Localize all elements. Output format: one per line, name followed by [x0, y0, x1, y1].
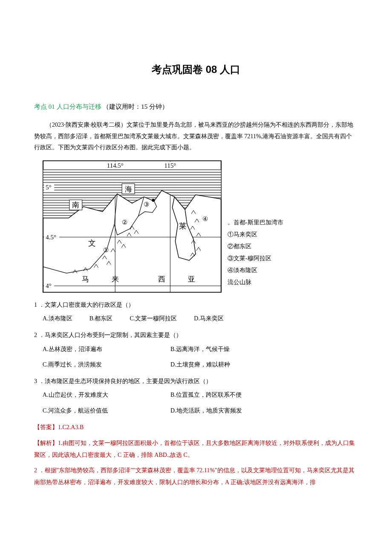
map-malay-ya: 亚	[188, 275, 195, 283]
capital-dot-icon	[152, 199, 155, 202]
time-suggestion: （建议用时：15 分钟）	[103, 103, 168, 110]
map-lai: 莱	[179, 222, 187, 230]
q3-option-c: C.河流众多，航运价值低	[43, 405, 170, 417]
map-lon-right: 115°	[164, 162, 176, 169]
q2-option-c: C.雨季过长，洪涝频发	[43, 359, 170, 371]
explanation-2: 2 ．根据"东部地势较高，西部多沼泽""文莱森林茂密，覆盖率 72.11%"的信…	[34, 465, 358, 488]
legend-region-3: ③文莱-穆阿拉区	[228, 253, 283, 264]
question-1-stem: 1 ．文莱人口密度最大的行政区是（）	[34, 299, 358, 311]
map-malay-ma: 马	[82, 275, 89, 283]
question-2-stem: 2 ．马来奕区人口分布受到一定限制，其因素主要是（）	[34, 330, 358, 341]
q1-option-b: B.都东区	[89, 313, 113, 325]
q2-option-b: B.远离海洋，气候干燥	[170, 344, 358, 355]
map-wen: 文	[88, 239, 96, 247]
map-lat-top: 5°	[46, 183, 51, 190]
legend-region-1: ①马来奕区	[228, 229, 283, 241]
map-malay-xi: 西	[158, 275, 165, 283]
map-region-3: ③	[144, 201, 149, 208]
map-lon-left: 114.5°	[107, 162, 124, 169]
q3-option-b: B.位置孤立，跨区联系不便	[170, 389, 358, 401]
legend-mountains: 流公山脉	[228, 276, 283, 288]
passage-text: （2023·陕西安康·校联考二模）文莱位于加里曼丹岛北部，被马来西亚的沙捞越州分…	[34, 119, 358, 154]
map-legend: 。首都-斯里巴加湾市 ①马来奕区 ②都东区 ③文莱-穆阿拉区 ④淡布隆区 流公山…	[228, 217, 283, 293]
map-figure: 114.5° 115° 5° 4.5° 4° 南 海 文 莱 ① ② ③ ④ 马…	[43, 160, 222, 293]
q3-option-d: D.地壳活跃，地质灾害频发	[170, 405, 358, 417]
q3-option-a: A.山峦起伏，开发难度大	[43, 389, 170, 401]
question-3-stem: 3 ．淡布隆区是生态环境保持良好的地区，主要是因为该行政区（）	[34, 376, 358, 387]
question-1-options: A.淡布隆区 B.都东区 C.文莱一穆阿拉区 D.马来奕区	[43, 313, 358, 325]
map-region-1: ①	[103, 246, 109, 253]
question-3-options: A.山峦起伏，开发难度大 B.位置孤立，跨区联系不便 C.河流众多，航运价值低 …	[43, 389, 358, 416]
figure-area: 114.5° 115° 5° 4.5° 4° 南 海 文 莱 ① ② ③ ④ 马…	[43, 160, 358, 293]
legend-capital: 。首都-斯里巴加湾市	[228, 217, 283, 229]
map-lat-mid: 4.5°	[46, 234, 56, 241]
q2-option-a: A.丛林茂密，沼泽遍布	[43, 344, 170, 355]
map-region-2: ②	[122, 219, 127, 226]
topic-label: 考点 01 人口分布与迁移	[34, 103, 101, 110]
legend-region-2: ②都东区	[228, 241, 283, 253]
map-sea-hai: 海	[125, 185, 132, 193]
map-region-4: ④	[202, 215, 208, 222]
question-2-options: A.丛林茂密，沼泽遍布 B.远离海洋，气候干燥 C.雨季过长，洪涝频发 D.土壤…	[43, 344, 358, 371]
map-sea-nan: 南	[72, 201, 79, 209]
q2-option-d: D.土壤贫瘠，难以耕种	[170, 359, 358, 371]
answer-key: 【答案】1.C2.A3.B	[34, 422, 358, 433]
map-malay-lai: 来	[112, 275, 119, 283]
explanation-1: 【解析】1.由图可知，文莱一穆阿拉区面积最小，首都位于该区，且大多数地区距离海洋…	[34, 437, 358, 461]
q1-option-c: C.文莱一穆阿拉区	[130, 313, 177, 325]
q1-option-a: A.淡布隆区	[43, 313, 72, 325]
page-title: 考点巩固卷 08 人口	[34, 60, 358, 79]
map-lat-bot: 4°	[46, 282, 51, 289]
q1-option-d: D.马来奕区	[194, 313, 224, 325]
section-heading: 考点 01 人口分布与迁移 （建议用时：15 分钟）	[34, 101, 358, 113]
legend-region-4: ④淡布隆区	[228, 264, 283, 276]
